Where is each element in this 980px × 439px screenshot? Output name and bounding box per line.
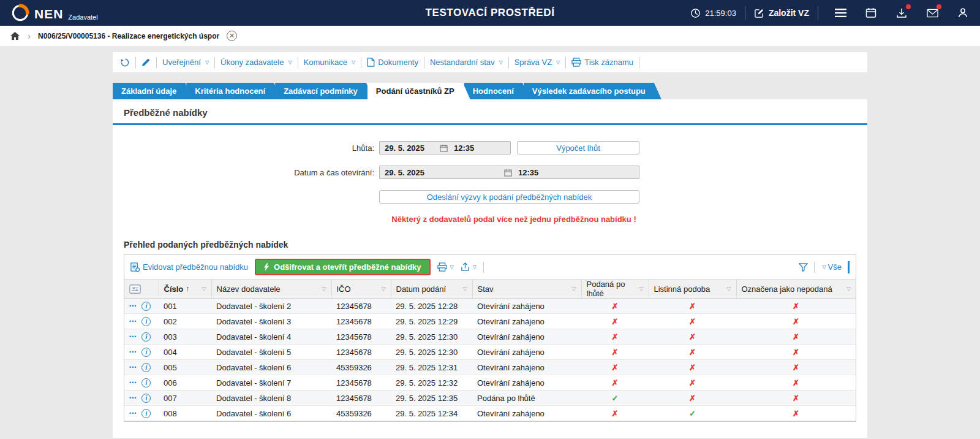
opening-date-value[interactable]: 29. 5. 2025 [380, 168, 504, 177]
tab-zadavaci-podminky[interactable]: Zadávací podmínky [275, 83, 374, 99]
edit-pencil-icon[interactable] [141, 58, 151, 67]
menu-nestandardni-stav[interactable]: Nestandardní stav▽ [430, 58, 503, 67]
deadline-date-value[interactable]: 29. 5. 2025 [380, 143, 440, 153]
nen-brand[interactable]: NEN Zadavatel [11, 4, 98, 22]
vypocet-lhut-button[interactable]: Výpočet lhůt [517, 141, 639, 155]
row-info-icon[interactable]: i [141, 409, 151, 418]
tab-vysledek-zadavaciho-postupu[interactable]: Výsledek zadávacího postupu [524, 83, 662, 99]
row-info-icon[interactable]: i [141, 317, 151, 326]
deadline-time-value[interactable]: 12:35 [448, 143, 510, 153]
flag-cell: ✓ [649, 406, 736, 421]
downloads-button[interactable] [895, 7, 908, 19]
tab-zakladni-udaje[interactable]: Základní údaje [113, 83, 192, 99]
cell-stav: Otevírání zahájeno [472, 345, 581, 360]
header-podana-po-lhute[interactable]: Podaná po lhůtě▽ [581, 280, 649, 299]
filter-icon[interactable]: ▽ [727, 286, 731, 292]
brand-subtitle: Zadavatel [68, 13, 97, 22]
zalozit-vz-button[interactable]: Založit VZ [754, 8, 809, 18]
filter-icon[interactable]: ▽ [463, 286, 467, 292]
row-menu-icon[interactable]: ••• [129, 349, 137, 355]
flag-cell: ✓ [581, 391, 649, 406]
menu-komunikace[interactable]: Komunikace▽ [304, 58, 356, 67]
calendar-small-icon[interactable] [504, 169, 512, 177]
menu-button[interactable] [834, 7, 846, 19]
cell-cislo: 007 [159, 391, 211, 406]
deadline-datetime-field[interactable]: 29. 5. 2025 12:35 [379, 141, 511, 155]
row-info-icon[interactable]: i [141, 394, 151, 403]
row-menu-icon[interactable]: ••• [129, 380, 137, 386]
table-row[interactable]: •••i002Dodavatel - školení 31234567829. … [124, 314, 856, 329]
tab-hodnoceni[interactable]: Hodnocení [464, 83, 530, 99]
row-menu-icon[interactable]: ••• [129, 318, 137, 324]
row-menu-icon[interactable]: ••• [129, 303, 137, 309]
row-menu-icon[interactable]: ••• [129, 334, 137, 340]
row-menu-icon[interactable]: ••• [129, 395, 137, 401]
menu-uverejneni[interactable]: Uveřejnění▽ [162, 58, 209, 67]
menu-sprava-vz[interactable]: Správa VZ▽ [514, 58, 560, 67]
toolbar-separator [424, 57, 424, 68]
opening-datetime-field[interactable]: 29. 5. 2025 12:35 [379, 166, 639, 179]
calendar-small-icon[interactable] [440, 144, 448, 152]
cross-icon: ✗ [612, 302, 619, 311]
close-icon[interactable]: ✕ [227, 31, 237, 41]
calendar-button[interactable] [865, 7, 877, 19]
profile-button[interactable] [957, 7, 969, 19]
table-row[interactable]: •••i001Dodavatel - školení 21234567829. … [124, 299, 856, 314]
header-datum-podani[interactable]: Datum podání▽ [391, 280, 472, 299]
filter-icon[interactable]: ▽ [846, 286, 851, 292]
column-settings-icon[interactable] [129, 284, 154, 294]
row-info-icon[interactable]: i [141, 363, 151, 372]
row-info-icon[interactable]: i [141, 378, 151, 387]
evidovat-label: Evidovat předběžnou nabídku [143, 262, 248, 272]
filter-icon[interactable]: ▽ [202, 286, 206, 292]
filter-icon[interactable]: ▽ [639, 286, 644, 292]
filter-icon[interactable]: ▽ [572, 286, 576, 292]
header-stav[interactable]: Stav▽ [472, 280, 581, 299]
filter-funnel-icon[interactable] [799, 263, 808, 272]
document-icon [367, 58, 375, 67]
cross-icon: ✗ [793, 332, 799, 342]
cell-dodavatel: Dodavatel - školení 5 [211, 345, 331, 360]
tab-kriteria-hodnoceni[interactable]: Kritéria hodnocení [186, 83, 281, 99]
row-info-icon[interactable]: i [141, 348, 151, 357]
table-row[interactable]: •••i006Dodavatel - školení 71234567829. … [124, 375, 856, 391]
header-cislo[interactable]: Číslo↑▽ [159, 280, 211, 299]
nen-logo-icon [11, 4, 29, 22]
table-row[interactable]: •••i004Dodavatel - školení 51234567829. … [124, 345, 856, 360]
filter-icon[interactable]: ▽ [382, 286, 386, 292]
row-menu-icon[interactable]: ••• [129, 364, 137, 370]
deadline-form: Lhůta: 29. 5. 2025 12:35 Výpočet lhůt Da… [113, 125, 867, 224]
person-icon [957, 7, 968, 18]
history-icon[interactable] [120, 58, 130, 67]
header-oznacena-jako-nepodana[interactable]: Označena jako nepodaná▽ [736, 280, 856, 299]
menu-dokumenty[interactable]: Dokumenty [367, 58, 418, 67]
header-listinna-podoba[interactable]: Listinná podoba▽ [649, 280, 736, 299]
opening-time-value[interactable]: 12:35 [512, 168, 639, 177]
decrypt-open-offers-button[interactable]: Odšifrovat a otevřít předběžné nabídky [255, 259, 431, 275]
odeslani-vyzvy-button[interactable]: Odeslání výzvy k podání předběžných nabí… [379, 190, 639, 204]
view-filter-vse[interactable]: ▽ Vše [821, 262, 842, 272]
row-info-icon[interactable]: i [141, 302, 151, 311]
cell-cislo: 004 [159, 345, 211, 360]
table-row[interactable]: •••i005Dodavatel - školení 64535932629. … [124, 360, 856, 375]
export-icon [461, 262, 470, 272]
menu-ukony-zadavatele[interactable]: Úkony zadavatele▽ [221, 58, 292, 67]
export-table-button[interactable]: ▽ [461, 262, 477, 272]
header-ico[interactable]: IČO▽ [331, 280, 391, 299]
tab-podani-ucastniku-zp[interactable]: Podání účastníků ZP [368, 83, 470, 99]
messages-button[interactable] [926, 7, 938, 19]
evidovat-nabidku-button[interactable]: Evidovat předběžnou nabídku [130, 262, 248, 272]
cross-icon: ✗ [612, 348, 619, 357]
row-info-icon[interactable]: i [141, 332, 151, 342]
menu-tisk-zaznamu[interactable]: Tisk záznamu [571, 58, 633, 67]
header-nazev-dodavatele[interactable]: Název dodavatele▽ [211, 280, 331, 299]
table-row[interactable]: •••i007Dodavatel - školení 81234567829. … [124, 391, 856, 406]
table-row[interactable]: •••i008Dodavatel - školení 64535932629. … [124, 406, 856, 421]
home-icon[interactable] [10, 31, 20, 40]
print-table-button[interactable]: ▽ [437, 262, 454, 272]
breadcrumb-item[interactable]: N006/25/V00005136 - Realizace energetick… [38, 32, 219, 40]
filter-icon[interactable]: ▽ [322, 286, 326, 292]
row-menu-icon[interactable]: ••• [129, 410, 137, 416]
table-row[interactable]: •••i003Dodavatel - školení 41234567829. … [124, 329, 856, 345]
flag-cell: ✗ [736, 345, 856, 360]
